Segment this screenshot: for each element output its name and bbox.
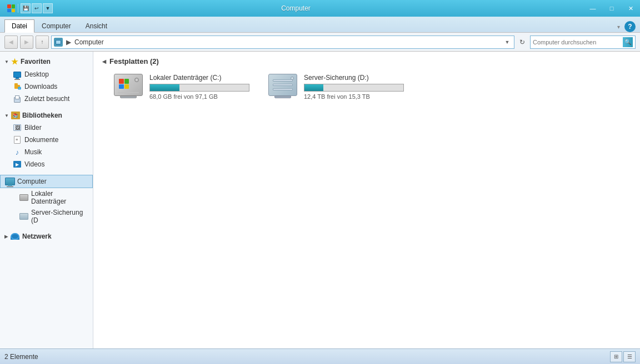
ribbon-tabs: Datei Computer Ansicht ▾ ? xyxy=(0,17,640,32)
drive-c-item[interactable]: Lokaler Datenträger (C:) 68,0 GB frei vo… xyxy=(111,71,252,103)
sidebar-computer-header[interactable]: Computer xyxy=(0,175,93,188)
sidebar-computer-label: Computer xyxy=(17,178,47,185)
recent-icon xyxy=(12,94,22,103)
sidebar-item-musik[interactable]: ♪ Musik xyxy=(0,146,93,158)
sidebar-network-header[interactable]: ▶ Netzwerk xyxy=(0,230,93,242)
sidebar-item-bilder[interactable]: 🖼 Bilder xyxy=(0,122,93,134)
music-icon: ♪ xyxy=(12,148,22,156)
minimize-button[interactable]: — xyxy=(583,0,602,17)
section-collapse-icon[interactable]: ◀ xyxy=(102,59,106,64)
section-title: Festplatten (2) xyxy=(109,57,159,65)
tab-datei[interactable]: Datei xyxy=(4,19,34,33)
section-header-festplatten: ◀ Festplatten (2) xyxy=(102,57,631,65)
window-controls: — □ ✕ xyxy=(583,0,640,17)
view-toggle-buttons: ⊞ ☰ xyxy=(610,351,636,362)
sidebar-downloads-label: Downloads xyxy=(24,83,57,90)
forward-button[interactable]: ▶ xyxy=(20,36,33,49)
search-input[interactable] xyxy=(533,39,623,46)
main-layout: ▼ ★ Favoriten Desktop ↓ Downloads xyxy=(0,52,640,349)
tab-computer[interactable]: Computer xyxy=(34,19,78,32)
drive-c-fill xyxy=(150,84,179,91)
status-bar: 2 Elemente ⊞ ☰ xyxy=(0,348,640,364)
sidebar-zuletzt-label: Zuletzt besucht xyxy=(24,95,69,103)
title-bar: 💾 ↩ ▼ Computer — □ ✕ xyxy=(0,0,640,17)
sidebar-item-downloads[interactable]: ↓ Downloads xyxy=(0,80,93,93)
ribbon-helper: ▾ ? xyxy=(617,21,636,32)
sidebar-server-item[interactable]: Server-Sicherung (D xyxy=(0,207,93,226)
address-input[interactable]: ▶ Computer ▼ xyxy=(51,36,514,49)
desktop-icon xyxy=(12,70,22,79)
downloads-icon: ↓ xyxy=(12,82,22,91)
network-label: Netzwerk xyxy=(22,232,52,240)
search-button[interactable]: 🔍 xyxy=(623,37,633,47)
sidebar-spacer-3 xyxy=(0,226,93,230)
drive-c-bar xyxy=(149,84,249,92)
serverdisk-icon xyxy=(19,212,29,221)
sidebar-desktop-label: Desktop xyxy=(24,70,49,78)
localdisk-icon xyxy=(19,193,29,202)
sidebar-lokaler-item[interactable]: Lokaler Datenträger xyxy=(0,188,93,207)
drive-d-fill xyxy=(304,84,323,91)
sidebar-musik-label: Musik xyxy=(24,148,42,156)
drive-d-icon xyxy=(268,74,299,100)
sidebar-server-label: Server-Sicherung (D xyxy=(31,209,88,224)
drive-c-icon xyxy=(114,74,145,100)
libraries-icon: 📚 xyxy=(11,112,20,119)
drive-d-name: Server-Sicherung (D:) xyxy=(304,74,404,82)
sidebar-libraries-header[interactable]: ▼ 📚 Bibliotheken xyxy=(0,109,93,122)
path-separator: ▶ xyxy=(66,38,71,46)
content-area: ◀ Festplatten (2) xyxy=(93,52,640,349)
help-button[interactable]: ? xyxy=(624,21,636,32)
sidebar-spacer-2 xyxy=(0,170,93,175)
favorites-label: Favoriten xyxy=(21,58,51,65)
drive-d-size: 12,4 TB frei von 15,3 TB xyxy=(304,93,404,100)
back-button[interactable]: ◀ xyxy=(4,36,18,49)
sidebar-bilder-label: Bilder xyxy=(24,124,42,132)
sidebar-spacer-1 xyxy=(0,105,93,109)
sidebar: ▼ ★ Favoriten Desktop ↓ Downloads xyxy=(0,52,93,349)
maximize-button[interactable]: □ xyxy=(602,0,621,17)
address-path-icon xyxy=(54,38,63,47)
network-arrow-icon: ▶ xyxy=(4,234,8,239)
address-bar: ◀ ▶ ↑ ▶ Computer ▼ ↻ 🔍 xyxy=(0,33,640,52)
sidebar-dokumente-label: Dokumente xyxy=(24,136,58,144)
drive-d-item[interactable]: Server-Sicherung (D:) 12,4 TB frei von 1… xyxy=(266,71,407,103)
address-path-label: Computer xyxy=(74,38,501,46)
drive-c-size: 68,0 GB frei von 97,1 GB xyxy=(149,93,249,100)
up-button[interactable]: ↑ xyxy=(36,36,49,49)
libraries-arrow-icon: ▼ xyxy=(4,113,9,118)
favorites-star-icon: ★ xyxy=(11,57,18,66)
images-icon: 🖼 xyxy=(12,123,22,132)
item-count: 2 Elemente xyxy=(4,353,38,361)
drive-c-name: Lokaler Datenträger (C:) xyxy=(149,74,249,82)
sidebar-item-dokumente[interactable]: ≡ Dokumente xyxy=(0,134,93,146)
computer-small-icon xyxy=(54,38,63,47)
documents-icon: ≡ xyxy=(12,135,22,144)
sidebar-item-desktop[interactable]: Desktop xyxy=(0,68,93,80)
videos-icon: ▶ xyxy=(12,160,22,169)
search-box[interactable]: 🔍 xyxy=(530,36,636,49)
computer-icon xyxy=(5,177,15,186)
drive-d-info: Server-Sicherung (D:) 12,4 TB frei von 1… xyxy=(304,74,404,100)
libraries-label: Bibliotheken xyxy=(22,112,62,119)
network-icon xyxy=(10,232,20,240)
favorites-arrow-icon: ▼ xyxy=(4,59,9,64)
drive-d-bar xyxy=(304,84,404,92)
view-large-icon-button[interactable]: ⊞ xyxy=(610,351,622,362)
view-details-button[interactable]: ☰ xyxy=(623,351,636,362)
address-dropdown[interactable]: ▼ xyxy=(503,38,512,47)
sidebar-lokaler-label: Lokaler Datenträger xyxy=(31,190,88,205)
tab-ansicht[interactable]: Ansicht xyxy=(78,19,114,32)
ribbon: Datei Computer Ansicht ▾ ? xyxy=(0,17,640,33)
close-button[interactable]: ✕ xyxy=(621,0,640,17)
expand-ribbon-icon[interactable]: ▾ xyxy=(617,24,620,30)
sidebar-item-zuletzt[interactable]: Zuletzt besucht xyxy=(0,93,93,105)
window-title: Computer xyxy=(8,4,583,12)
sidebar-item-videos[interactable]: ▶ Videos xyxy=(0,158,93,170)
drive-c-info: Lokaler Datenträger (C:) 68,0 GB frei vo… xyxy=(149,74,249,100)
sidebar-favorites-header[interactable]: ▼ ★ Favoriten xyxy=(0,55,93,68)
sidebar-videos-label: Videos xyxy=(24,160,44,168)
refresh-button[interactable]: ↻ xyxy=(517,37,528,48)
drives-grid: Lokaler Datenträger (C:) 68,0 GB frei vo… xyxy=(111,71,631,103)
